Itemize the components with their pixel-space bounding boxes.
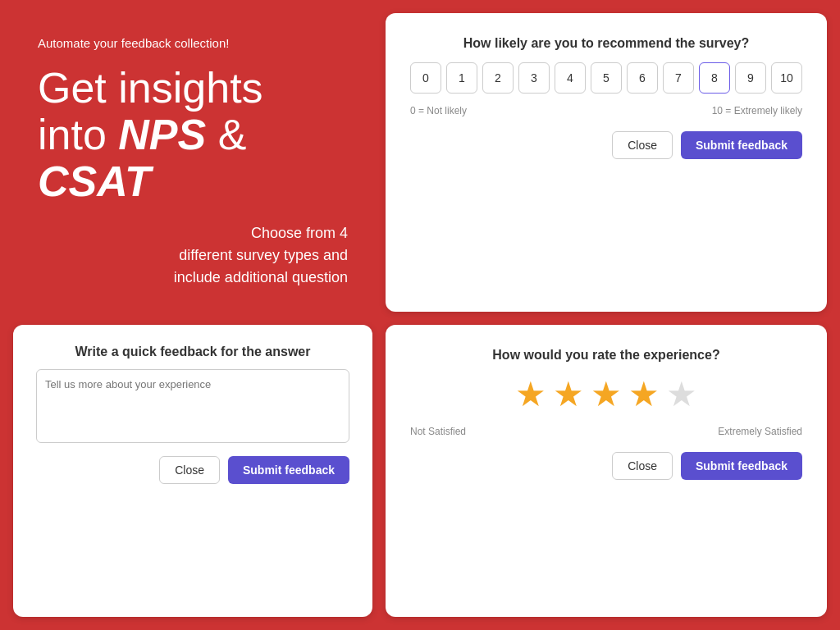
- feedback-textarea[interactable]: [36, 369, 349, 443]
- text-card-actions: Close Submit feedback: [36, 456, 349, 484]
- csat-label-right: Extremely Satisfied: [718, 426, 802, 437]
- nps-card-title: How likely are you to recommend the surv…: [410, 36, 802, 51]
- csat-close-button[interactable]: Close: [612, 452, 673, 480]
- hero-tagline: Automate your feedback collection!: [38, 36, 348, 50]
- text-card-title: Write a quick feedback for the answer: [36, 345, 349, 359]
- nps-btn-5[interactable]: 5: [591, 62, 622, 94]
- star-5[interactable]: ★: [666, 374, 697, 414]
- csat-scale-labels: Not Satisfied Extremely Satisfied: [410, 426, 802, 437]
- nps-btn-9[interactable]: 9: [735, 62, 766, 94]
- nps-btn-7[interactable]: 7: [663, 62, 694, 94]
- nps-numbers: 0 1 2 3 4 5 6 7 8 9 10: [410, 62, 802, 94]
- nps-label-right: 10 = Extremely likely: [712, 105, 802, 116]
- csat-card-title: How would you rate the experience?: [410, 348, 802, 363]
- nps-btn-8[interactable]: 8: [699, 62, 730, 94]
- nps-submit-button[interactable]: Submit feedback: [681, 131, 802, 159]
- text-feedback-card: Write a quick feedback for the answer Cl…: [13, 325, 372, 617]
- nps-btn-2[interactable]: 2: [482, 62, 514, 94]
- csat-label-left: Not Satisfied: [410, 426, 466, 437]
- hero-line2: into NPS &: [38, 111, 246, 158]
- star-1[interactable]: ★: [515, 374, 546, 414]
- star-2[interactable]: ★: [553, 374, 584, 414]
- hero-panel: Automate your feedback collection! Get i…: [13, 13, 372, 312]
- star-4[interactable]: ★: [628, 374, 660, 414]
- nps-card-actions: Close Submit feedback: [410, 131, 802, 159]
- nps-btn-1[interactable]: 1: [446, 62, 477, 94]
- hero-subtext: Choose from 4different survey types andi…: [38, 222, 348, 289]
- csat-card: How would you rate the experience? ★ ★ ★…: [386, 325, 827, 617]
- nps-scale-labels: 0 = Not likely 10 = Extremely likely: [410, 105, 802, 116]
- nps-card: How likely are you to recommend the surv…: [386, 13, 827, 312]
- csat-submit-button[interactable]: Submit feedback: [681, 452, 802, 480]
- nps-label-left: 0 = Not likely: [410, 105, 467, 116]
- csat-card-actions: Close Submit feedback: [410, 452, 802, 480]
- nps-btn-3[interactable]: 3: [518, 62, 550, 94]
- hero-nps: NPS: [118, 111, 206, 158]
- star-3[interactable]: ★: [591, 374, 622, 414]
- nps-btn-4[interactable]: 4: [555, 62, 586, 94]
- nps-btn-10[interactable]: 10: [771, 62, 802, 94]
- text-close-button[interactable]: Close: [159, 456, 220, 484]
- nps-btn-6[interactable]: 6: [627, 62, 658, 94]
- nps-btn-0[interactable]: 0: [410, 62, 441, 94]
- text-submit-button[interactable]: Submit feedback: [228, 456, 349, 484]
- hero-line1: Get insights: [38, 64, 263, 112]
- stars-row: ★ ★ ★ ★ ★: [410, 374, 802, 414]
- nps-close-button[interactable]: Close: [612, 131, 673, 159]
- hero-headline: Get insights into NPS & CSAT: [38, 65, 348, 206]
- hero-csat: CSAT: [38, 158, 151, 205]
